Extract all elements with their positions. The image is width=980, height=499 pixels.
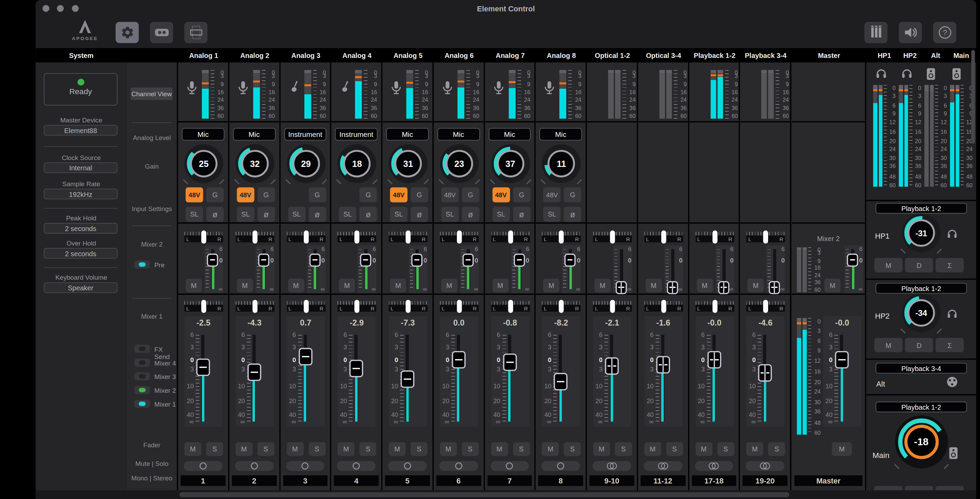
phantom-48v-button[interactable]: 48V <box>186 187 203 202</box>
gain-knob[interactable]: 25 <box>187 147 221 181</box>
soft-limit-button[interactable]: SL <box>288 207 305 222</box>
input-type-select[interactable]: Instrument <box>284 128 326 140</box>
pan-handle[interactable] <box>406 300 410 313</box>
pan-handle[interactable] <box>406 230 410 243</box>
soft-limit-button[interactable]: SL <box>492 207 510 222</box>
stereo-mode-button[interactable] <box>695 461 733 471</box>
polarity-button[interactable]: ø <box>513 207 530 222</box>
group-button[interactable]: G <box>206 187 224 202</box>
dim-button[interactable]: D <box>905 338 934 353</box>
pan-slider[interactable]: LR <box>491 232 530 243</box>
pan-slider[interactable]: LR <box>746 232 785 243</box>
pan-slider[interactable]: LR <box>184 232 223 243</box>
send-mute-button[interactable]: M <box>646 279 662 292</box>
pan-handle[interactable] <box>763 230 768 243</box>
send-toggle-mixer-3[interactable] <box>134 372 150 380</box>
fader-cap[interactable] <box>565 253 576 267</box>
pan-handle[interactable] <box>661 230 666 243</box>
soft-limit-button[interactable]: SL <box>186 207 203 222</box>
master-device-select[interactable]: Element88 <box>44 125 118 135</box>
gain-knob[interactable]: 32 <box>238 147 272 181</box>
mute-button[interactable]: M <box>235 442 252 456</box>
fader-cap[interactable] <box>769 281 780 294</box>
soft-limit-button[interactable]: SL <box>543 207 561 222</box>
mono-mode-button[interactable] <box>388 461 427 471</box>
pan-slider[interactable]: LR <box>542 301 581 312</box>
input-type-select[interactable]: Instrument <box>335 128 377 140</box>
pan-handle[interactable] <box>303 230 308 243</box>
input-type-select[interactable]: Mic <box>540 128 582 140</box>
polarity-button[interactable]: ø <box>258 207 275 222</box>
fader-cap[interactable] <box>196 359 210 376</box>
pan-handle[interactable] <box>661 300 666 313</box>
pan-handle[interactable] <box>355 300 359 313</box>
pan-slider[interactable]: LR <box>542 232 581 243</box>
mute-button[interactable]: M <box>874 338 903 353</box>
send-mute-button[interactable]: M <box>237 279 253 292</box>
solo-button[interactable]: S <box>410 442 428 456</box>
speaker-mute-button[interactable] <box>899 22 922 43</box>
output-source-select[interactable]: Playback 3-4 <box>875 363 967 373</box>
send-mute-button[interactable]: M <box>824 279 841 292</box>
mute-button[interactable]: M <box>644 442 661 456</box>
output-source-select[interactable]: Playback 1-2 <box>875 402 967 412</box>
sum-to-mono-button[interactable]: Σ <box>935 338 964 353</box>
pan-slider[interactable]: LR <box>338 232 377 243</box>
fader-cap[interactable] <box>718 281 729 294</box>
mono-mode-button[interactable] <box>439 461 478 471</box>
stereo-mode-button[interactable] <box>644 461 682 471</box>
window-layout-button[interactable] <box>184 22 207 43</box>
fader-cap[interactable] <box>350 360 363 378</box>
pan-handle[interactable] <box>252 230 257 243</box>
send-mute-button[interactable]: M <box>339 279 355 292</box>
pan-slider[interactable]: LR <box>286 301 325 312</box>
channel-view-button[interactable]: Channel View <box>131 87 173 100</box>
horizontal-scrollbar[interactable] <box>180 492 789 497</box>
keyboard-volume-select[interactable]: Speaker <box>44 283 118 293</box>
fader-cap[interactable] <box>247 364 261 381</box>
polarity-button[interactable]: ø <box>309 207 326 222</box>
fader-cap[interactable] <box>605 358 619 375</box>
pan-slider[interactable]: LR <box>184 301 223 312</box>
pre-toggle[interactable] <box>134 261 150 269</box>
phantom-48v-button[interactable]: 48V <box>492 187 510 202</box>
mono-mode-button[interactable] <box>490 461 529 471</box>
output-source-select[interactable]: Playback 1-2 <box>875 283 967 294</box>
pan-handle[interactable] <box>355 230 359 243</box>
fader-cap[interactable] <box>503 353 517 371</box>
fader-cap[interactable] <box>835 351 849 369</box>
input-type-select[interactable]: Mic <box>386 128 429 140</box>
fader-cap[interactable] <box>207 253 218 267</box>
output-knob[interactable]: -34 <box>904 296 938 330</box>
mute-button[interactable]: M <box>832 442 852 456</box>
solo-button[interactable]: S <box>513 442 530 456</box>
polarity-button[interactable]: ø <box>206 207 224 222</box>
send-mute-button[interactable]: M <box>288 279 304 292</box>
fader-cap[interactable] <box>616 281 627 294</box>
mute-button[interactable]: M <box>440 442 457 456</box>
gain-knob[interactable]: 29 <box>289 147 323 181</box>
mono-mode-button[interactable] <box>541 461 580 471</box>
pan-slider[interactable]: LR <box>593 301 632 312</box>
gain-knob[interactable]: 31 <box>391 147 425 181</box>
solo-button[interactable]: S <box>309 442 325 456</box>
group-button[interactable]: G <box>309 187 326 202</box>
mute-button[interactable]: M <box>491 442 508 456</box>
fader-cap[interactable] <box>667 281 678 294</box>
fader-cap[interactable] <box>514 253 525 267</box>
pan-slider[interactable]: LR <box>491 301 530 312</box>
solo-button[interactable]: S <box>768 442 785 456</box>
soft-limit-button[interactable]: SL <box>441 207 458 222</box>
group-button[interactable]: G <box>360 187 377 202</box>
input-type-select[interactable]: Mic <box>437 128 480 140</box>
solo-button[interactable]: S <box>462 442 479 456</box>
fader-cap[interactable] <box>401 371 414 388</box>
pan-slider[interactable]: LR <box>389 232 428 243</box>
pan-slider[interactable]: LR <box>389 301 428 312</box>
pan-handle[interactable] <box>457 300 462 313</box>
group-button[interactable]: G <box>410 187 428 202</box>
pan-slider[interactable]: LR <box>746 301 785 312</box>
send-toggle-mixer-1[interactable] <box>134 400 150 408</box>
gain-knob[interactable]: 11 <box>544 147 578 181</box>
group-button[interactable]: G <box>513 187 530 202</box>
